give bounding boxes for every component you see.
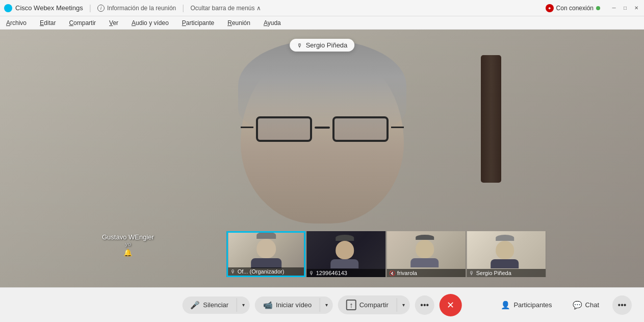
thumb-label-1: 🎙 Of... (Organizador) xyxy=(228,267,304,276)
close-button[interactable]: ✕ xyxy=(633,5,640,12)
thumbnail-3[interactable]: 🔇 frivarola xyxy=(387,231,466,277)
thumbnail-2[interactable]: 🎙 1299646143 xyxy=(306,231,385,277)
menu-editar[interactable]: Editar xyxy=(38,18,58,28)
share-button[interactable]: ↑ Compartir xyxy=(338,295,397,314)
hide-menu-btn[interactable]: Ocultar barra de menús ∧ xyxy=(190,5,261,12)
chat-label: Chat xyxy=(585,301,599,309)
toolbar: 🎤 Silenciar ▾ 📹 Iniciar vídeo ▾ ↑ Compar… xyxy=(0,287,644,322)
menu-participante[interactable]: Participante xyxy=(180,18,216,28)
share-chevron-button[interactable]: ▾ xyxy=(397,298,410,312)
thumbnail-4[interactable]: 🎙 Sergio Piñeda xyxy=(467,231,546,277)
divider-1: | xyxy=(89,4,91,13)
thumb-label-4: 🎙 Sergio Piñeda xyxy=(467,269,546,277)
divider-2: | xyxy=(182,4,184,13)
left-participant-sub: yo xyxy=(102,241,154,247)
participants-icon: 👤 xyxy=(501,301,510,310)
menu-ver[interactable]: Ver xyxy=(107,18,120,28)
left-participant-name: Gustavo WEngier xyxy=(102,233,154,241)
participants-button[interactable]: 👤 Participantes xyxy=(494,296,559,314)
menu-audio-video[interactable]: Audio y vídeo xyxy=(130,18,171,28)
thumb-person-decoration-3 xyxy=(399,235,450,268)
glasses-left xyxy=(256,116,312,142)
video-button[interactable]: 📹 Iniciar vídeo xyxy=(255,296,320,314)
glasses-arm-left xyxy=(241,127,253,128)
thumb-label-2: 🎙 1299646143 xyxy=(306,269,385,277)
thumb-name-4: Sergio Piñeda xyxy=(476,270,511,276)
title-bar-right: ● Con conexión ─ □ ✕ xyxy=(546,4,640,12)
menu-bar: Archivo Editar Compartir Ver Audio y víd… xyxy=(0,16,644,30)
speaker-name-tag: 🎙 Sergio Piñeda xyxy=(290,39,355,52)
glasses-decoration xyxy=(251,116,394,147)
video-icon: 📹 xyxy=(263,301,273,310)
menu-compartir[interactable]: Compartir xyxy=(67,18,98,28)
thumb-mic-icon-4: 🎙 xyxy=(469,270,474,276)
more-icon: ••• xyxy=(420,301,429,310)
connection-status: ● Con conexión xyxy=(546,4,600,12)
thumb-mic-muted-icon-3: 🔇 xyxy=(389,270,395,276)
chat-icon: 💬 xyxy=(573,301,582,310)
video-button-group: 📹 Iniciar vídeo ▾ xyxy=(255,296,333,314)
glasses-right xyxy=(332,116,389,142)
mic-icon: 🎤 xyxy=(190,301,200,310)
glasses-arm-right xyxy=(391,127,404,128)
participants-label: Participantes xyxy=(513,301,552,309)
thumb-mic-icon-1: 🎙 xyxy=(230,269,236,275)
toolbar-center: 🎤 Silenciar ▾ 📹 Iniciar vídeo ▾ ↑ Compar… xyxy=(182,294,462,316)
thumb-mic-icon-2: 🎙 xyxy=(309,270,314,276)
more-right-icon: ••• xyxy=(618,301,627,310)
meeting-info-btn[interactable]: i Información de la reunión xyxy=(97,5,176,12)
mute-button[interactable]: 🎤 Silenciar xyxy=(182,296,237,314)
end-call-icon: ✕ xyxy=(447,300,454,311)
info-icon: i xyxy=(97,5,105,12)
main-video-area: 🎙 Sergio Piñeda Gustavo WEngier yo 🔔 🎙 xyxy=(0,30,644,287)
main-video: 🎙 Sergio Piñeda Gustavo WEngier yo 🔔 🎙 xyxy=(0,30,644,287)
left-participant-mic-icon: 🔔 xyxy=(102,249,154,257)
mute-label: Silenciar xyxy=(203,301,228,309)
left-participant-info: Gustavo WEngier yo 🔔 xyxy=(102,233,154,257)
more-options-button[interactable]: ••• xyxy=(415,295,434,315)
share-button-group: ↑ Compartir ▾ xyxy=(338,295,410,314)
webex-status-icon: ● xyxy=(546,4,554,12)
share-label: Compartir xyxy=(359,301,389,309)
thumb-name-3: frivarola xyxy=(397,270,417,276)
mute-chevron-button[interactable]: ▾ xyxy=(237,298,250,312)
thumb-label-3: 🔇 frivarola xyxy=(387,269,466,277)
mute-button-group: 🎤 Silenciar ▾ xyxy=(182,296,250,314)
chat-button[interactable]: 💬 Chat xyxy=(565,296,606,314)
menu-archivo[interactable]: Archivo xyxy=(4,18,29,28)
video-label: Iniciar vídeo xyxy=(276,301,312,309)
thumb-person-decoration-2 xyxy=(322,235,368,268)
menu-reunion[interactable]: Reunión xyxy=(225,18,252,28)
title-bar: Cisco Webex Meetings | i Información de … xyxy=(0,0,644,16)
title-bar-left: Cisco Webex Meetings | i Información de … xyxy=(4,4,546,13)
chevron-up-icon: ∧ xyxy=(256,5,261,12)
minimize-button[interactable]: ─ xyxy=(610,5,617,12)
speaker-name-label: Sergio Piñeda xyxy=(306,41,348,49)
hide-menu-label: Ocultar barra de menús xyxy=(190,5,254,12)
app-name-label: Cisco Webex Meetings xyxy=(15,4,83,12)
thumb-person-decoration-1 xyxy=(238,232,294,266)
mic-tag-icon: 🎙 xyxy=(297,42,303,48)
video-chevron-button[interactable]: ▾ xyxy=(320,298,333,312)
glasses-bridge xyxy=(315,127,330,129)
chair-decoration xyxy=(481,55,501,183)
webex-icon-label: ● xyxy=(548,6,551,11)
connection-label: Con conexión xyxy=(556,5,594,12)
thumbnail-1[interactable]: 🎙 Of... (Organizador) xyxy=(226,231,305,277)
share-icon: ↑ xyxy=(346,300,356,310)
toolbar-right: 👤 Participantes 💬 Chat ••• xyxy=(494,295,632,315)
thumb-name-1: Of... (Organizador) xyxy=(238,268,285,275)
thumbnail-strip: 🎙 Of... (Organizador) 🎙 1299646143 xyxy=(226,231,546,277)
end-call-button[interactable]: ✕ xyxy=(440,294,462,316)
maximize-button[interactable]: □ xyxy=(622,5,629,12)
app-title: Cisco Webex Meetings xyxy=(4,4,83,12)
thumb-person-decoration-4 xyxy=(479,235,530,268)
webex-logo-icon xyxy=(4,4,12,12)
window-controls: ─ □ ✕ xyxy=(610,5,640,12)
meeting-info-label: Información de la reunión xyxy=(107,5,176,12)
menu-ayuda[interactable]: Ayuda xyxy=(262,18,283,28)
connection-dot-icon xyxy=(596,6,600,10)
more-right-button[interactable]: ••• xyxy=(612,295,632,315)
thumb-name-2: 1299646143 xyxy=(316,270,347,276)
